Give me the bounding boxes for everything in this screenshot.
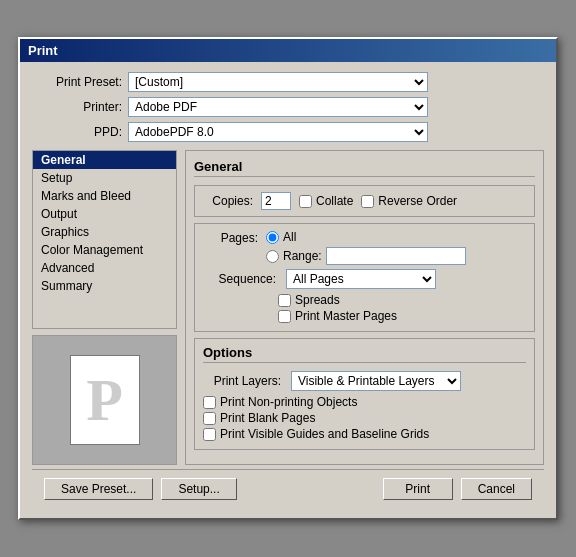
sequence-label: Sequence:	[211, 272, 276, 286]
spreads-checkbox[interactable]	[278, 294, 291, 307]
blank-pages-row: Print Blank Pages	[203, 411, 526, 425]
collate-label: Collate	[316, 194, 353, 208]
reverse-order-row: Reverse Order	[361, 194, 457, 208]
sequence-row: Sequence: All Pages Even Pages Odd Pages	[203, 269, 526, 289]
cancel-button[interactable]: Cancel	[461, 478, 532, 500]
pages-label: Pages:	[203, 230, 258, 245]
print-master-label: Print Master Pages	[295, 309, 397, 323]
sidebar: General Setup Marks and Bleed Output Gra…	[32, 150, 177, 465]
preview-page: P	[70, 355, 140, 445]
range-radio-row: Range:	[266, 247, 466, 265]
non-printing-checkbox[interactable]	[203, 396, 216, 409]
range-input[interactable]	[326, 247, 466, 265]
nav-item-graphics[interactable]: Graphics	[33, 223, 176, 241]
visible-guides-row: Print Visible Guides and Baseline Grids	[203, 427, 526, 441]
sequence-select[interactable]: All Pages Even Pages Odd Pages	[286, 269, 436, 289]
non-printing-label: Print Non-printing Objects	[220, 395, 357, 409]
nav-item-marks[interactable]: Marks and Bleed	[33, 187, 176, 205]
print-dialog: Print Print Preset: [Custom] Printer: Ad…	[18, 37, 558, 520]
panel-title: General	[194, 159, 535, 177]
all-radio-row: All	[266, 230, 466, 244]
print-layers-label: Print Layers:	[203, 374, 281, 388]
pages-row: Pages: All Range:	[203, 230, 526, 265]
options-section: Options Print Layers: Visible & Printabl…	[194, 338, 535, 450]
spreads-label: Spreads	[295, 293, 340, 307]
visible-guides-label: Print Visible Guides and Baseline Grids	[220, 427, 429, 441]
printer-row: Printer: Adobe PDF	[32, 97, 544, 117]
range-radio[interactable]	[266, 250, 279, 263]
preset-select[interactable]: [Custom]	[128, 72, 428, 92]
layers-select[interactable]: Visible & Printable Layers Visible Layer…	[291, 371, 461, 391]
main-area: General Setup Marks and Bleed Output Gra…	[32, 150, 544, 465]
radio-group: All Range:	[266, 230, 466, 265]
bottom-right: Print Cancel	[383, 478, 532, 500]
dialog-body: Print Preset: [Custom] Printer: Adobe PD…	[20, 62, 556, 518]
printer-label: Printer:	[32, 100, 122, 114]
nav-item-summary[interactable]: Summary	[33, 277, 176, 295]
title-bar: Print	[20, 39, 556, 62]
ppd-row: PPD: AdobePDF 8.0	[32, 122, 544, 142]
preset-row: Print Preset: [Custom]	[32, 72, 544, 92]
blank-pages-label: Print Blank Pages	[220, 411, 315, 425]
preview-box: P	[32, 335, 177, 465]
copies-section: Copies: Collate Reverse Order	[194, 185, 535, 217]
content-panel: General Copies: Collate Reverse Order	[185, 150, 544, 465]
all-label: All	[283, 230, 296, 244]
reverse-order-label: Reverse Order	[378, 194, 457, 208]
nav-item-output[interactable]: Output	[33, 205, 176, 223]
spreads-row: Spreads	[203, 293, 526, 307]
ppd-select[interactable]: AdobePDF 8.0	[128, 122, 428, 142]
nav-list: General Setup Marks and Bleed Output Gra…	[32, 150, 177, 329]
blank-pages-checkbox[interactable]	[203, 412, 216, 425]
print-layers-row: Print Layers: Visible & Printable Layers…	[203, 371, 526, 391]
nav-item-general[interactable]: General	[33, 151, 176, 169]
ppd-label: PPD:	[32, 125, 122, 139]
collate-checkbox[interactable]	[299, 195, 312, 208]
copies-label: Copies:	[203, 194, 253, 208]
save-preset-button[interactable]: Save Preset...	[44, 478, 153, 500]
options-title: Options	[203, 345, 526, 363]
print-button[interactable]: Print	[383, 478, 453, 500]
nav-item-advanced[interactable]: Advanced	[33, 259, 176, 277]
print-master-checkbox[interactable]	[278, 310, 291, 323]
dialog-title: Print	[28, 43, 58, 58]
range-label: Range:	[283, 249, 322, 263]
bottom-bar: Save Preset... Setup... Print Cancel	[32, 469, 544, 508]
nav-item-setup[interactable]: Setup	[33, 169, 176, 187]
printer-select[interactable]: Adobe PDF	[128, 97, 428, 117]
master-row: Print Master Pages	[203, 309, 526, 323]
copies-input[interactable]	[261, 192, 291, 210]
collate-row: Collate	[299, 194, 353, 208]
all-radio[interactable]	[266, 231, 279, 244]
pages-section: Pages: All Range:	[194, 223, 535, 332]
reverse-order-checkbox[interactable]	[361, 195, 374, 208]
visible-guides-checkbox[interactable]	[203, 428, 216, 441]
bottom-left: Save Preset... Setup...	[44, 478, 237, 500]
nav-item-color[interactable]: Color Management	[33, 241, 176, 259]
preview-p-letter: P	[86, 370, 123, 430]
non-printing-row: Print Non-printing Objects	[203, 395, 526, 409]
copies-row: Copies: Collate Reverse Order	[203, 192, 526, 210]
setup-button[interactable]: Setup...	[161, 478, 236, 500]
preset-label: Print Preset:	[32, 75, 122, 89]
